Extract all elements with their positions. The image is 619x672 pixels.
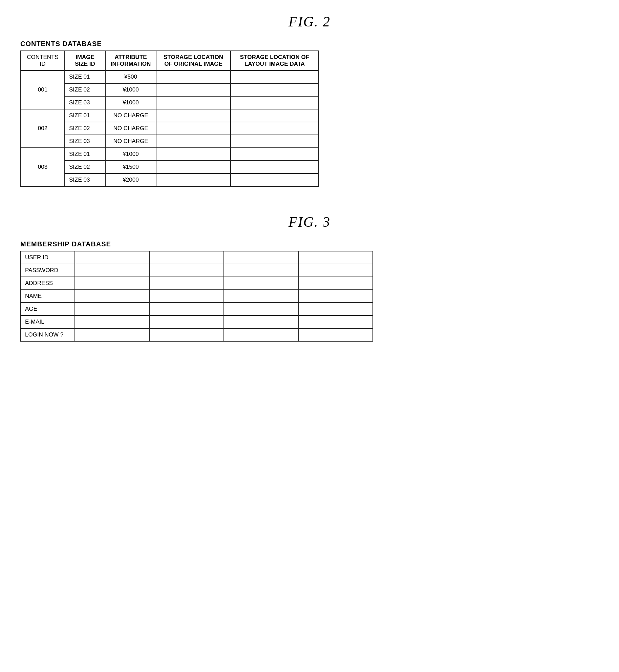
membership-data-cell <box>224 303 298 315</box>
table-row: 003SIZE 01¥1000 <box>21 148 319 161</box>
membership-field-label: USER ID <box>21 251 75 264</box>
membership-data-cell <box>224 315 298 328</box>
storage-original-cell <box>156 174 231 186</box>
size-cell: SIZE 02 <box>65 122 105 135</box>
header-image-size-id: IMAGE SIZE ID <box>65 51 105 70</box>
table-row: SIZE 02NO CHARGE <box>21 122 319 135</box>
storage-layout-cell <box>231 122 319 135</box>
size-cell: SIZE 03 <box>65 96 105 109</box>
attribute-cell: ¥1000 <box>105 96 156 109</box>
membership-data-cell <box>149 277 224 290</box>
attribute-cell: ¥1500 <box>105 161 156 174</box>
attribute-cell: ¥2000 <box>105 174 156 186</box>
storage-layout-cell <box>231 148 319 161</box>
fig3-title: FIG. 3 <box>20 214 599 230</box>
table-row: ADDRESS <box>21 277 373 290</box>
membership-data-cell <box>224 290 298 303</box>
table-row: SIZE 03¥2000 <box>21 174 319 186</box>
table-row: SIZE 02¥1500 <box>21 161 319 174</box>
storage-layout-cell <box>231 161 319 174</box>
table-row: E-MAIL <box>21 315 373 328</box>
membership-data-cell <box>224 251 298 264</box>
size-cell: SIZE 01 <box>65 70 105 83</box>
membership-data-cell <box>149 303 224 315</box>
size-cell: SIZE 02 <box>65 161 105 174</box>
membership-data-cell <box>75 277 149 290</box>
membership-field-label: LOGIN NOW ? <box>21 328 75 341</box>
membership-data-cell <box>298 328 373 341</box>
storage-original-cell <box>156 122 231 135</box>
membership-data-cell <box>149 251 224 264</box>
membership-data-cell <box>298 303 373 315</box>
table-row: PASSWORD <box>21 264 373 277</box>
contents-id-cell: 001 <box>21 70 65 109</box>
storage-original-cell <box>156 70 231 83</box>
contents-id-cell: 002 <box>21 109 65 148</box>
membership-data-cell <box>75 264 149 277</box>
membership-db-label: MEMBERSHIP DATABASE <box>20 240 599 248</box>
membership-field-label: PASSWORD <box>21 264 75 277</box>
fig2-title: FIG. 2 <box>20 14 599 30</box>
membership-field-label: E-MAIL <box>21 315 75 328</box>
size-cell: SIZE 02 <box>65 83 105 96</box>
membership-data-cell <box>149 264 224 277</box>
table-row: AGE <box>21 303 373 315</box>
storage-layout-cell <box>231 109 319 122</box>
membership-data-cell <box>298 251 373 264</box>
attribute-cell: NO CHARGE <box>105 109 156 122</box>
storage-original-cell <box>156 135 231 148</box>
membership-field-label: NAME <box>21 290 75 303</box>
size-cell: SIZE 01 <box>65 148 105 161</box>
header-contents-id: CONTENTS ID <box>21 51 65 70</box>
fig2-section: FIG. 2 CONTENTS DATABASE CONTENTS ID IMA… <box>20 14 599 187</box>
membership-data-cell <box>298 290 373 303</box>
storage-layout-cell <box>231 96 319 109</box>
storage-layout-cell <box>231 174 319 186</box>
fig3-section: FIG. 3 MEMBERSHIP DATABASE USER IDPASSWO… <box>20 214 599 342</box>
table-row: 001SIZE 01¥500 <box>21 70 319 83</box>
storage-layout-cell <box>231 83 319 96</box>
storage-original-cell <box>156 96 231 109</box>
table-row: SIZE 03¥1000 <box>21 96 319 109</box>
storage-original-cell <box>156 109 231 122</box>
membership-data-cell <box>75 290 149 303</box>
storage-original-cell <box>156 83 231 96</box>
membership-data-cell <box>149 328 224 341</box>
header-storage-layout: STORAGE LOCATION OF LAYOUT IMAGE DATA <box>231 51 319 70</box>
contents-database-table: CONTENTS ID IMAGE SIZE ID ATTRIBUTE INFO… <box>20 50 319 187</box>
membership-data-cell <box>224 328 298 341</box>
membership-field-label: ADDRESS <box>21 277 75 290</box>
membership-data-cell <box>75 328 149 341</box>
header-storage-original: STORAGE LOCATION OF ORIGINAL IMAGE <box>156 51 231 70</box>
contents-id-cell: 003 <box>21 148 65 186</box>
header-attribute-info: ATTRIBUTE INFORMATION <box>105 51 156 70</box>
membership-data-cell <box>298 315 373 328</box>
attribute-cell: ¥1000 <box>105 83 156 96</box>
attribute-cell: NO CHARGE <box>105 122 156 135</box>
table-row: SIZE 03NO CHARGE <box>21 135 319 148</box>
membership-data-cell <box>224 277 298 290</box>
membership-database-table: USER IDPASSWORDADDRESSNAMEAGEE-MAILLOGIN… <box>20 251 373 342</box>
storage-layout-cell <box>231 135 319 148</box>
contents-db-label: CONTENTS DATABASE <box>20 40 599 48</box>
membership-data-cell <box>75 303 149 315</box>
membership-data-cell <box>149 290 224 303</box>
membership-data-cell <box>75 251 149 264</box>
table-row: SIZE 02¥1000 <box>21 83 319 96</box>
membership-field-label: AGE <box>21 303 75 315</box>
table-row: USER ID <box>21 251 373 264</box>
membership-data-cell <box>298 277 373 290</box>
size-cell: SIZE 03 <box>65 174 105 186</box>
storage-original-cell <box>156 148 231 161</box>
size-cell: SIZE 03 <box>65 135 105 148</box>
membership-data-cell <box>75 315 149 328</box>
table-row: NAME <box>21 290 373 303</box>
table-row: LOGIN NOW ? <box>21 328 373 341</box>
membership-data-cell <box>149 315 224 328</box>
attribute-cell: ¥500 <box>105 70 156 83</box>
table-row: 002SIZE 01NO CHARGE <box>21 109 319 122</box>
storage-original-cell <box>156 161 231 174</box>
attribute-cell: NO CHARGE <box>105 135 156 148</box>
storage-layout-cell <box>231 70 319 83</box>
size-cell: SIZE 01 <box>65 109 105 122</box>
